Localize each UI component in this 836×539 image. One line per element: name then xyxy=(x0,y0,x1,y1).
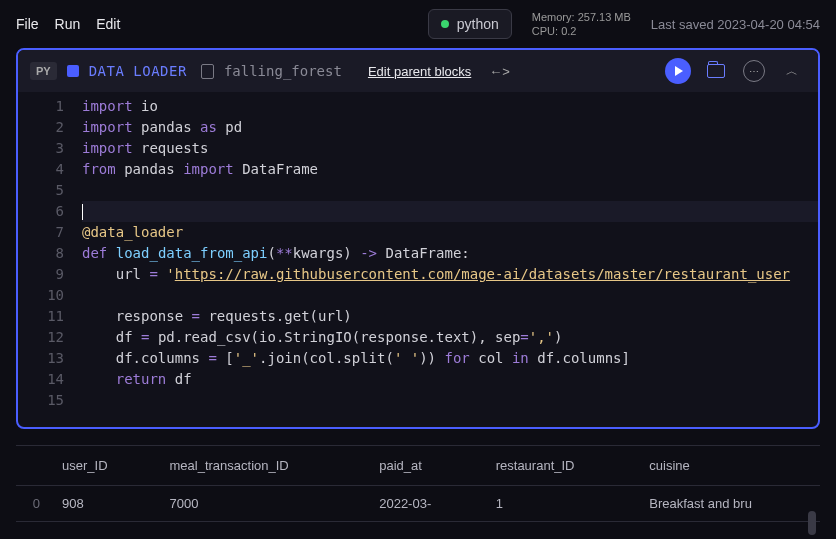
code-line[interactable]: 3import requests xyxy=(18,138,818,159)
kernel-label: python xyxy=(457,16,499,32)
memory-stat: Memory: 257.13 MB xyxy=(532,10,631,24)
code-content[interactable]: def load_data_from_api(**kwargs) -> Data… xyxy=(82,243,818,264)
column-header[interactable]: restaurant_ID xyxy=(480,446,634,486)
code-content[interactable] xyxy=(82,285,818,306)
column-header[interactable]: meal_transaction_ID xyxy=(154,446,364,486)
column-header[interactable]: user_ID xyxy=(46,446,154,486)
table-cell: 908 xyxy=(46,486,154,522)
output-table: user_IDmeal_transaction_IDpaid_atrestaur… xyxy=(16,445,820,522)
cpu-stat: CPU: 0.2 xyxy=(532,24,631,38)
table-cell: 7000 xyxy=(154,486,364,522)
table-cell: 2022-03- xyxy=(363,486,480,522)
more-button[interactable]: ⋯ xyxy=(740,57,768,85)
code-line[interactable]: 2import pandas as pd xyxy=(18,117,818,138)
line-number: 13 xyxy=(18,348,82,369)
line-number: 15 xyxy=(18,390,82,411)
code-content[interactable]: import pandas as pd xyxy=(82,117,818,138)
kernel-pill[interactable]: python xyxy=(428,9,512,39)
resource-stats: Memory: 257.13 MB CPU: 0.2 xyxy=(532,10,631,39)
menu-run[interactable]: Run xyxy=(55,16,81,32)
line-number: 2 xyxy=(18,117,82,138)
line-number: 5 xyxy=(18,180,82,201)
more-icon: ⋯ xyxy=(743,60,765,82)
text-cursor xyxy=(82,204,83,220)
document-icon xyxy=(201,64,214,79)
code-line[interactable]: 1import io xyxy=(18,96,818,117)
code-content[interactable]: from pandas import DataFrame xyxy=(82,159,818,180)
code-line[interactable]: 11 response = requests.get(url) xyxy=(18,306,818,327)
code-content[interactable]: return df xyxy=(82,369,818,390)
line-number: 11 xyxy=(18,306,82,327)
line-number: 14 xyxy=(18,369,82,390)
folder-button[interactable] xyxy=(702,57,730,85)
table-cell: 1 xyxy=(480,486,634,522)
table-cell: Breakfast and bru xyxy=(633,486,820,522)
dataframe-table: user_IDmeal_transaction_IDpaid_atrestaur… xyxy=(16,445,820,522)
code-content[interactable] xyxy=(82,390,818,411)
chevron-up-icon: ︿ xyxy=(786,63,798,80)
code-line[interactable]: 14 return df xyxy=(18,369,818,390)
play-icon xyxy=(665,58,691,84)
code-content[interactable]: response = requests.get(url) xyxy=(82,306,818,327)
table-body: 090870002022-03-1Breakfast and bru xyxy=(16,486,820,522)
run-button[interactable] xyxy=(664,57,692,85)
code-line[interactable]: 8def load_data_from_api(**kwargs) -> Dat… xyxy=(18,243,818,264)
code-content[interactable] xyxy=(82,201,818,222)
last-saved: Last saved 2023-04-20 04:54 xyxy=(651,17,820,32)
line-number: 6 xyxy=(18,201,82,222)
scrollbar-thumb[interactable] xyxy=(808,511,816,535)
block-type-label: DATA LOADER xyxy=(89,63,187,79)
line-number: 9 xyxy=(18,264,82,285)
code-content[interactable]: url = 'https://raw.githubusercontent.com… xyxy=(82,264,818,285)
code-line[interactable]: 7@data_loader xyxy=(18,222,818,243)
code-line[interactable]: 15 xyxy=(18,390,818,411)
collapse-button[interactable]: ︿ xyxy=(778,57,806,85)
block-header: PY DATA LOADER falling_forest Edit paren… xyxy=(18,50,818,92)
line-number: 4 xyxy=(18,159,82,180)
code-line[interactable]: 5 xyxy=(18,180,818,201)
line-number: 1 xyxy=(18,96,82,117)
line-number: 3 xyxy=(18,138,82,159)
code-content[interactable]: df.columns = ['_'.join(col.split(' ')) f… xyxy=(82,348,818,369)
table-row[interactable]: 090870002022-03-1Breakfast and bru xyxy=(16,486,820,522)
code-content[interactable]: df = pd.read_csv(io.StringIO(response.te… xyxy=(82,327,818,348)
menu-edit[interactable]: Edit xyxy=(96,16,120,32)
line-number: 7 xyxy=(18,222,82,243)
column-header[interactable]: paid_at xyxy=(363,446,480,486)
code-content[interactable]: import io xyxy=(82,96,818,117)
code-line[interactable]: 10 xyxy=(18,285,818,306)
line-number: 12 xyxy=(18,327,82,348)
block-color-icon xyxy=(67,65,79,77)
code-line[interactable]: 9 url = 'https://raw.githubusercontent.c… xyxy=(18,264,818,285)
code-block: PY DATA LOADER falling_forest Edit paren… xyxy=(16,48,820,429)
topbar: File Run Edit python Memory: 257.13 MB C… xyxy=(0,0,836,48)
column-header[interactable]: cuisine xyxy=(633,446,820,486)
code-line[interactable]: 6 xyxy=(18,201,818,222)
edit-parent-link[interactable]: Edit parent blocks xyxy=(368,64,471,79)
lang-badge: PY xyxy=(30,62,57,80)
block-name[interactable]: falling_forest xyxy=(224,63,342,79)
code-content[interactable]: @data_loader xyxy=(82,222,818,243)
code-content[interactable]: import requests xyxy=(82,138,818,159)
edit-parent-arrow-icon: ←> xyxy=(489,64,510,79)
code-line[interactable]: 13 df.columns = ['_'.join(col.split(' ')… xyxy=(18,348,818,369)
code-editor[interactable]: 1import io2import pandas as pd3import re… xyxy=(18,92,818,427)
code-content[interactable] xyxy=(82,180,818,201)
menu-file[interactable]: File xyxy=(16,16,39,32)
folder-icon xyxy=(707,64,725,78)
line-number: 8 xyxy=(18,243,82,264)
kernel-status-icon xyxy=(441,20,449,28)
row-index: 0 xyxy=(16,486,46,522)
code-line[interactable]: 4from pandas import DataFrame xyxy=(18,159,818,180)
table-header-row: user_IDmeal_transaction_IDpaid_atrestaur… xyxy=(16,446,820,486)
line-number: 10 xyxy=(18,285,82,306)
code-line[interactable]: 12 df = pd.read_csv(io.StringIO(response… xyxy=(18,327,818,348)
main-menu: File Run Edit xyxy=(16,16,120,32)
